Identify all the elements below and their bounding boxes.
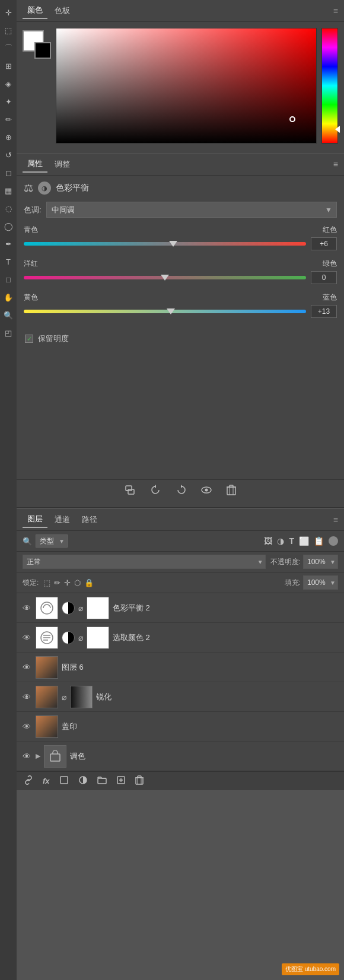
- magenta-green-bar-wrap[interactable]: [24, 272, 306, 283]
- tool-zoom[interactable]: 🔍: [2, 308, 15, 322]
- circle-half-icon: ◑: [38, 182, 51, 195]
- props-menu-icon[interactable]: ≡: [333, 160, 338, 169]
- layer-eye-sharpen[interactable]: 👁: [21, 692, 32, 702]
- yellow-blue-thumb[interactable]: [167, 308, 175, 314]
- bg-swatch[interactable]: [34, 42, 51, 59]
- opacity-select-wrap[interactable]: 100% ▼: [303, 555, 338, 569]
- fg-bg-swatch[interactable]: [23, 30, 51, 59]
- blend-mode-select[interactable]: 正常: [23, 555, 266, 569]
- filter-text-icon[interactable]: T: [289, 536, 294, 546]
- tab-properties[interactable]: 属性: [23, 157, 47, 173]
- new-layer-btn[interactable]: [116, 775, 126, 787]
- tool-move[interactable]: ✛: [2, 6, 15, 19]
- group-expand-icon[interactable]: ▶: [36, 752, 40, 760]
- tone-select[interactable]: 暗调 中间调 高光: [46, 202, 337, 218]
- preserve-luminosity-checkbox[interactable]: ✓: [25, 335, 33, 343]
- tool-clone[interactable]: ⊕: [2, 131, 15, 144]
- tool-blur[interactable]: ◌: [2, 202, 15, 215]
- red-label: 红色: [323, 225, 337, 235]
- tool-text[interactable]: T: [2, 255, 15, 268]
- filter-shape-icon[interactable]: ⬜: [299, 536, 309, 546]
- tone-select-wrap[interactable]: 暗调 中间调 高光 ▼: [46, 202, 337, 218]
- tool-brush[interactable]: ✏: [2, 113, 15, 126]
- magenta-green-thumb[interactable]: [161, 275, 169, 281]
- filter-circle-toggle[interactable]: [329, 536, 338, 546]
- cyan-red-thumb[interactable]: [169, 241, 177, 247]
- properties-panel: 属性 调整 ≡ ⚖ ◑ 色彩平衡 色调: 暗调 中间调 高光 ▼: [17, 154, 344, 508]
- checkbox-row: ✓ 保留明度: [17, 329, 344, 349]
- tool-hand[interactable]: ✋: [2, 291, 15, 304]
- color-panel-menu-icon[interactable]: ≡: [333, 6, 338, 15]
- tool-crop[interactable]: ⊞: [2, 59, 15, 72]
- opacity-select[interactable]: 100%: [303, 555, 338, 569]
- filter-select-wrap[interactable]: 类型 ▼: [36, 534, 68, 548]
- prev-state-btn[interactable]: [151, 485, 161, 495]
- balance-icon: ⚖: [24, 182, 33, 195]
- layer-item-color-balance-2[interactable]: 👁 ⌀ 色彩平衡 2: [17, 593, 344, 623]
- fill-select-wrap[interactable]: 100% ▼: [303, 575, 338, 590]
- tab-adjustments[interactable]: 调整: [50, 158, 75, 172]
- layers-menu-icon[interactable]: ≡: [333, 515, 338, 524]
- new-adjustment-btn[interactable]: [78, 775, 88, 787]
- blend-opacity-group: 不透明度: 100% ▼: [270, 555, 338, 569]
- delete-btn[interactable]: [227, 485, 236, 495]
- lock-move-icon[interactable]: ✛: [64, 578, 71, 587]
- layer-item-colorgrade[interactable]: 👁 ▶ 调色: [17, 742, 344, 771]
- lock-paint-icon[interactable]: ✏: [54, 578, 60, 587]
- tab-paths[interactable]: 路径: [77, 513, 102, 527]
- tool-gradient[interactable]: ▦: [2, 184, 15, 197]
- filter-image-icon[interactable]: 🖼: [264, 536, 272, 546]
- tool-eraser[interactable]: ◻: [2, 166, 15, 179]
- side-toolbar: ✛ ⬚ ⌒ ⊞ ◈ ✦ ✏ ⊕ ↺ ◻ ▦ ◌ ◯ ✒ T □ ✋ 🔍 ◰: [0, 0, 17, 790]
- color-gradient-picker[interactable]: [56, 28, 317, 144]
- delete-layer-btn[interactable]: [135, 775, 144, 787]
- tool-lasso[interactable]: ⌒: [2, 42, 15, 55]
- reset-btn[interactable]: [176, 485, 186, 495]
- layer-eye-color-balance-2[interactable]: 👁: [21, 603, 32, 613]
- slider-section: 青色 红色 +6 洋红 绿色: [17, 222, 344, 329]
- lock-artboard-icon[interactable]: ⬡: [74, 578, 81, 587]
- layer-item-layer6[interactable]: 👁 图层 6: [17, 653, 344, 682]
- layer-eye-selective-color-2[interactable]: 👁: [21, 633, 32, 642]
- tool-select[interactable]: ⬚: [2, 24, 15, 37]
- tool-dodge[interactable]: ◯: [2, 219, 15, 233]
- tab-swatches[interactable]: 色板: [50, 4, 75, 18]
- new-group-btn[interactable]: [97, 775, 107, 787]
- tool-eyedrop[interactable]: ◈: [2, 77, 15, 90]
- lock-all-icon[interactable]: 🔒: [84, 578, 94, 587]
- filter-icons: 🖼 ◑ T ⬜ 📋: [264, 536, 338, 546]
- tool-fg-bg[interactable]: ◰: [2, 326, 15, 339]
- layer-item-stamp[interactable]: 👁 盖印: [17, 712, 344, 742]
- fx-btn[interactable]: fx: [43, 777, 50, 785]
- fill-select[interactable]: 100%: [303, 575, 338, 590]
- link-btn[interactable]: [24, 775, 33, 787]
- layer-item-selective-color-2[interactable]: 👁 ⌀ 选取颜色 2: [17, 623, 344, 653]
- new-fill-btn[interactable]: [59, 775, 69, 787]
- yellow-blue-bar-wrap[interactable]: [24, 306, 306, 317]
- cyan-red-value[interactable]: +6: [311, 237, 337, 250]
- layer-item-sharpen[interactable]: 👁 ⌀ 锐化: [17, 682, 344, 712]
- filter-smart-icon[interactable]: 📋: [314, 536, 324, 546]
- tab-channels[interactable]: 通道: [50, 513, 75, 527]
- cyan-red-bar-wrap[interactable]: [24, 238, 306, 249]
- layer-eye-stamp[interactable]: 👁: [21, 722, 32, 731]
- layer-eye-colorgrade[interactable]: 👁: [21, 752, 32, 761]
- tool-pen[interactable]: ✒: [2, 237, 15, 250]
- layer-name-colorgrade: 调色: [70, 751, 339, 762]
- gradient-cursor[interactable]: [289, 116, 295, 122]
- clip-to-layer-btn[interactable]: [125, 485, 136, 495]
- tool-heal[interactable]: ✦: [2, 95, 15, 108]
- tab-color[interactable]: 颜色: [23, 4, 47, 19]
- tab-layers[interactable]: 图层: [23, 513, 47, 528]
- layer-eye-layer6[interactable]: 👁: [21, 663, 32, 672]
- hue-cursor[interactable]: [320, 126, 339, 132]
- blend-mode-select-wrap[interactable]: 正常 ▼: [23, 555, 266, 569]
- yellow-blue-value[interactable]: +13: [311, 305, 337, 318]
- magenta-green-value[interactable]: 0: [311, 271, 337, 284]
- hue-bar[interactable]: [321, 28, 338, 144]
- lock-pixels-icon[interactable]: ⬚: [43, 578, 50, 587]
- tool-shape[interactable]: □: [2, 273, 15, 286]
- tool-history[interactable]: ↺: [2, 148, 15, 161]
- filter-adjust-icon[interactable]: ◑: [277, 536, 284, 546]
- visibility-btn[interactable]: [200, 486, 212, 494]
